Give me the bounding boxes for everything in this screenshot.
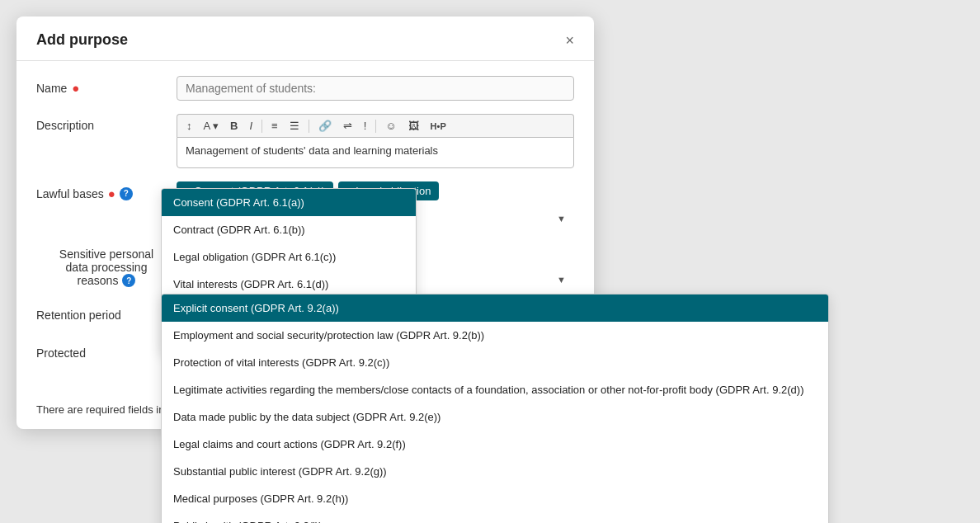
sensitive-option-legal-claims[interactable]: Legal claims and court actions (GDPR Art… <box>162 431 828 458</box>
sensitive-option-legitimate-activities[interactable]: Legitimate activities regarding the memb… <box>162 376 828 403</box>
lawful-help-icon[interactable]: ? <box>120 187 133 200</box>
sensitive-dropdown-arrow-icon: ▼ <box>557 275 566 285</box>
toolbar-hp-btn[interactable]: H•P <box>426 120 450 133</box>
description-control: ↕ A ▾ B I ≡ ☰ 🔗 ⇌ ! ☺ 🖼 H•P <box>177 114 574 168</box>
modal-overlay: Add purpose × Name ● Description <box>8 8 972 523</box>
modal-close-button[interactable]: × <box>565 33 574 48</box>
toolbar-list-ol-btn[interactable]: ☰ <box>285 118 304 134</box>
sensitive-option-substantial[interactable]: Substantial public interest (GDPR Art. 9… <box>162 458 828 485</box>
sensitive-help-icon[interactable]: ? <box>122 274 135 287</box>
protected-label: Protected <box>36 342 177 360</box>
description-row: Description ↕ A ▾ B I ≡ ☰ 🔗 ⇌ ! <box>36 114 574 168</box>
toolbar-format-btn[interactable]: ↕ <box>182 118 196 134</box>
name-required-icon: ● <box>72 81 79 95</box>
toolbar-bold-btn[interactable]: B <box>226 118 242 134</box>
lawful-option-legal-obligation[interactable]: Legal obligation (GDPR Art 6.1(c)) <box>162 243 416 271</box>
sensitive-option-vital[interactable]: Protection of vital interests (GDPR Art.… <box>162 349 828 376</box>
name-label: Name ● <box>36 76 177 95</box>
toolbar-font-btn[interactable]: A ▾ <box>200 118 224 134</box>
lawful-dropdown-arrow-icon: ▼ <box>557 214 566 224</box>
toolbar-italic-btn[interactable]: I <box>245 118 257 134</box>
name-input[interactable] <box>177 76 574 101</box>
editor-toolbar: ↕ A ▾ B I ≡ ☰ 🔗 ⇌ ! ☺ 🖼 H•P <box>177 114 574 137</box>
toolbar-image-btn[interactable]: 🖼 <box>404 118 423 134</box>
toolbar-link-btn[interactable]: 🔗 <box>314 118 336 134</box>
sensitive-option-employment[interactable]: Employment and social security/protectio… <box>162 322 828 349</box>
sensitive-option-medical[interactable]: Medical purposes (GDPR Art. 9.2(h)) <box>162 485 828 512</box>
toolbar-list-ul-btn[interactable]: ≡ <box>267 118 282 134</box>
toolbar-unlink-btn[interactable]: ⇌ <box>339 118 356 134</box>
sensitive-option-public-health[interactable]: Public health (GDPR Art. 9.2(i)) <box>162 512 828 523</box>
sensitive-option-data-public[interactable]: Data made public by the data subject (GD… <box>162 403 828 431</box>
retention-label: Retention period <box>36 304 177 322</box>
lawful-option-contract[interactable]: Contract (GDPR Art. 6.1(b)) <box>162 216 416 243</box>
sensitive-option-explicit[interactable]: Explicit consent (GDPR Art. 9.2(a)) <box>162 294 828 322</box>
editor-body[interactable]: Management of students' data and learnin… <box>177 137 574 168</box>
lawful-bases-label: Lawful bases ● ? <box>36 181 177 200</box>
toolbar-emoji-btn[interactable]: ☺ <box>381 118 400 134</box>
name-control <box>177 76 574 101</box>
lawful-option-consent[interactable]: Consent (GDPR Art. 6.1(a)) <box>162 189 416 216</box>
toolbar-sep-2 <box>309 120 309 133</box>
modal-title: Add purpose <box>36 31 128 49</box>
name-row: Name ● <box>36 76 574 101</box>
lawful-required-icon: ● <box>108 186 115 200</box>
toolbar-sep-1 <box>261 120 262 133</box>
modal-header: Add purpose × <box>16 16 594 61</box>
description-label: Description <box>36 114 177 132</box>
toolbar-sep-3 <box>375 120 376 133</box>
toolbar-exclaim-btn[interactable]: ! <box>360 118 371 134</box>
sensitive-label: Sensitive personal data processing reaso… <box>36 243 177 287</box>
sensitive-dropdown-popup: Explicit consent (GDPR Art. 9.2(a)) Empl… <box>161 294 829 523</box>
